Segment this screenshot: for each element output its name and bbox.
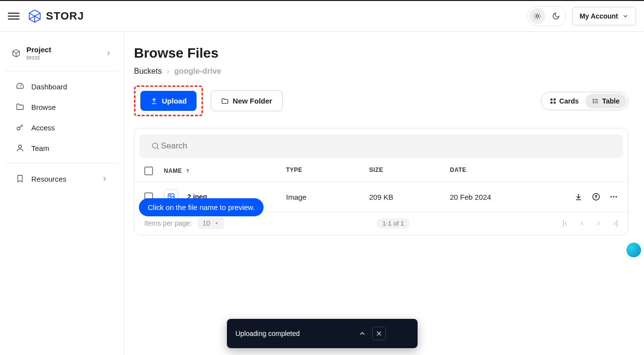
page-title: Browse Files (134, 45, 628, 61)
nav-resources-label: Resources (31, 175, 94, 183)
sort-asc-icon (185, 168, 191, 174)
sun-icon (533, 12, 541, 20)
svg-point-22 (616, 196, 617, 198)
svg-rect-6 (554, 98, 555, 100)
svg-point-15 (153, 143, 158, 148)
svg-point-4 (19, 145, 22, 148)
brand-name: STORJ (46, 10, 84, 22)
items-per-page-label: Items per page: (144, 219, 192, 227)
view-toggle: Cards Table (541, 92, 628, 110)
account-label: My Account (579, 12, 618, 20)
upload-toast: Uploading completed (227, 319, 418, 348)
project-label: Project (26, 45, 99, 54)
list-icon (592, 98, 599, 104)
upload-icon (150, 97, 158, 105)
view-cards-label: Cards (559, 97, 579, 105)
project-selector[interactable]: Project tesst (8, 41, 116, 66)
nav-team-label: Team (31, 144, 49, 152)
breadcrumb-root[interactable]: Buckets (134, 67, 162, 76)
col-date[interactable]: DATE (450, 167, 550, 175)
cube-icon (12, 49, 21, 58)
svg-point-1 (536, 15, 539, 17)
svg-point-14 (593, 102, 594, 103)
upload-highlight: Upload (134, 85, 203, 116)
menu-toggle[interactable] (8, 10, 20, 22)
theme-toggle[interactable] (527, 6, 566, 26)
svg-point-18 (170, 195, 171, 197)
file-size: 209 KB (369, 193, 450, 201)
nav-access-label: Access (31, 124, 55, 132)
file-table: NAME TYPE SIZE DATE 2.jpeg Image 209 KB … (134, 128, 628, 235)
view-table-label: Table (602, 97, 620, 105)
nav-access[interactable]: Access (8, 117, 116, 138)
page-last[interactable]: ›| (614, 219, 618, 228)
chevron-right-icon: › (167, 67, 169, 76)
page-next[interactable]: › (597, 219, 600, 228)
nav-team[interactable]: Team (8, 138, 116, 158)
key-icon (16, 123, 24, 132)
svg-point-12 (593, 99, 594, 99)
account-button[interactable]: My Account (572, 7, 636, 25)
chevron-down-icon (622, 13, 629, 20)
breadcrumb: Buckets › google-drive (134, 67, 628, 76)
page-first[interactable]: |‹ (562, 219, 567, 228)
chevron-right-icon (105, 50, 112, 57)
close-icon (376, 330, 382, 337)
svg-line-16 (157, 147, 158, 149)
search-input[interactable] (139, 134, 623, 158)
view-cards[interactable]: Cards (543, 94, 586, 108)
nav-resources[interactable]: Resources (8, 168, 116, 189)
chevron-up-icon (358, 330, 366, 337)
nav-dashboard-label: Dashboard (31, 83, 67, 91)
theme-dark[interactable] (548, 8, 564, 24)
svg-point-21 (613, 196, 615, 198)
view-table[interactable]: Table (585, 94, 626, 108)
col-name[interactable]: NAME (164, 167, 182, 174)
share-button[interactable] (592, 192, 600, 201)
svg-point-20 (610, 196, 612, 198)
svg-rect-8 (554, 102, 555, 104)
nav-browse-label: Browse (31, 103, 56, 111)
bookmark-icon (16, 174, 24, 183)
items-per-page-value: 10 (202, 219, 210, 227)
toast-close[interactable] (372, 327, 386, 340)
upload-label: Upload (162, 97, 187, 105)
theme-light[interactable] (530, 8, 545, 24)
preview-tooltip: Click on the file name to preview. (139, 198, 264, 216)
svg-point-13 (593, 101, 594, 101)
folder-icon (16, 103, 24, 111)
nav-browse[interactable]: Browse (8, 97, 116, 117)
upload-button[interactable]: Upload (140, 91, 197, 111)
file-date: 20 Feb 2024 (450, 193, 550, 201)
toast-message: Uploading completed (236, 330, 300, 337)
col-size[interactable]: SIZE (369, 167, 450, 175)
paging-range: 1-1 of 1 (377, 218, 410, 229)
new-folder-label: New Folder (233, 97, 272, 105)
items-per-page-select[interactable]: 10 (198, 217, 224, 229)
moon-icon (552, 12, 560, 20)
download-button[interactable] (574, 192, 583, 201)
page-prev[interactable]: ‹ (581, 219, 583, 228)
breadcrumb-current: google-drive (174, 67, 221, 76)
select-all-checkbox[interactable] (144, 167, 153, 175)
caret-down-icon (214, 221, 219, 226)
gauge-icon (16, 82, 24, 91)
storj-logo-icon (27, 9, 42, 23)
toast-collapse[interactable] (358, 330, 366, 337)
new-folder-button[interactable]: New Folder (211, 90, 283, 111)
search-icon (151, 142, 160, 150)
folder-plus-icon (221, 97, 229, 105)
grid-icon (550, 98, 556, 104)
col-type[interactable]: TYPE (286, 167, 369, 175)
svg-marker-23 (215, 223, 218, 224)
nav-dashboard[interactable]: Dashboard (8, 76, 116, 97)
svg-rect-5 (551, 98, 553, 100)
svg-rect-7 (551, 102, 553, 104)
more-button[interactable] (609, 192, 618, 201)
help-chat-button[interactable] (626, 243, 641, 257)
chevron-right-icon (101, 175, 108, 182)
file-type: Image (286, 193, 369, 201)
brand-logo[interactable]: STORJ (27, 9, 84, 23)
user-icon (16, 144, 24, 152)
project-name: tesst (26, 54, 99, 61)
